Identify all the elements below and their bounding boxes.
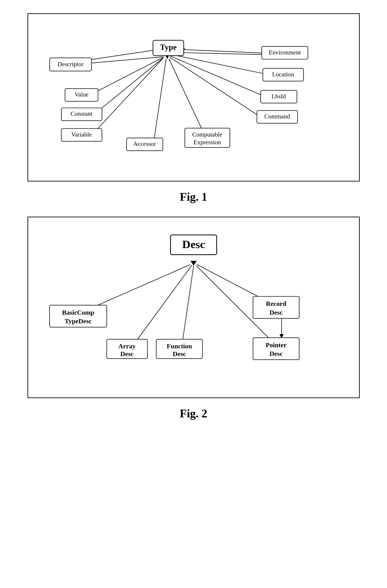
figure-2-container: Desc BasicComp TypeDesc Array Desc Funct…	[18, 217, 369, 420]
svg-text:Desc: Desc	[182, 238, 205, 251]
svg-line-3	[170, 56, 262, 95]
svg-text:Accessor: Accessor	[133, 140, 156, 147]
figure-1-container: Type Descriptor Environment Location Lhs…	[18, 13, 369, 203]
svg-text:Desc: Desc	[269, 350, 283, 357]
svg-text:Constant: Constant	[70, 110, 92, 117]
svg-text:Desc: Desc	[120, 350, 134, 357]
svg-line-6	[95, 58, 163, 114]
svg-text:Array: Array	[118, 342, 136, 350]
svg-marker-38	[190, 261, 197, 266]
svg-line-39	[90, 264, 190, 309]
svg-line-7	[92, 59, 162, 134]
svg-text:Expression: Expression	[193, 139, 221, 146]
svg-text:Location: Location	[272, 71, 294, 78]
svg-text:Value: Value	[74, 91, 88, 98]
svg-text:LhsId: LhsId	[271, 93, 286, 100]
svg-line-9	[169, 59, 202, 130]
svg-line-13	[182, 50, 262, 53]
svg-line-5	[92, 57, 164, 94]
fig1-label: Fig. 1	[180, 190, 207, 203]
svg-text:Record: Record	[266, 300, 286, 307]
svg-line-4	[169, 57, 257, 115]
svg-line-41	[182, 266, 194, 341]
svg-line-2	[171, 55, 264, 74]
svg-text:Pointer: Pointer	[266, 341, 286, 349]
svg-line-8	[154, 59, 166, 139]
svg-text:Function: Function	[167, 342, 192, 350]
fig2-label: Fig. 2	[180, 407, 207, 420]
svg-text:Variable: Variable	[71, 131, 92, 138]
svg-text:Type: Type	[160, 43, 177, 52]
fig1-svg: Type Descriptor Environment Location Lhs…	[28, 14, 359, 181]
fig1-diagram: Type Descriptor Environment Location Lhs…	[27, 13, 360, 182]
svg-text:BasicComp: BasicComp	[62, 309, 94, 316]
svg-line-0	[88, 57, 163, 63]
svg-text:Computable: Computable	[192, 131, 222, 138]
svg-text:TypeDesc: TypeDesc	[65, 317, 91, 325]
svg-text:Environment: Environment	[269, 49, 301, 56]
fig2-diagram: Desc BasicComp TypeDesc Array Desc Funct…	[27, 217, 360, 398]
svg-line-11	[88, 50, 158, 60]
svg-text:Command: Command	[264, 113, 290, 120]
svg-line-40	[136, 265, 192, 341]
svg-text:Desc: Desc	[269, 309, 283, 316]
svg-text:Descriptor: Descriptor	[57, 61, 83, 67]
fig2-svg: Desc BasicComp TypeDesc Array Desc Funct…	[28, 217, 359, 398]
svg-text:Desc: Desc	[173, 350, 186, 357]
